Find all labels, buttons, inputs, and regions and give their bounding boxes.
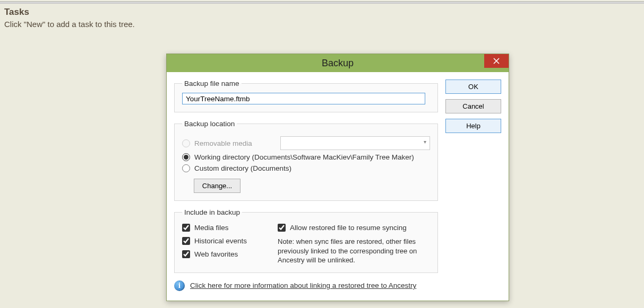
change-button[interactable]: Change... <box>194 179 241 193</box>
cancel-button[interactable]: Cancel <box>445 99 501 113</box>
removable-media-select[interactable]: ▾ <box>280 136 430 150</box>
working-directory-row[interactable]: Working directory (Documents\Software Ma… <box>182 153 430 161</box>
allow-sync-checkbox[interactable] <box>278 224 286 232</box>
chevron-down-icon: ▾ <box>424 139 426 145</box>
custom-directory-label: Custom directory (Documents) <box>194 164 291 172</box>
removable-media-label: Removable media <box>194 139 252 147</box>
allow-sync-label: Allow restored file to resume syncing <box>290 224 407 232</box>
media-files-checkbox[interactable] <box>182 224 190 232</box>
removable-media-radio <box>182 139 190 147</box>
include-group-label: Include in backup <box>182 208 242 216</box>
web-favorites-row[interactable]: Web favorites <box>182 250 278 258</box>
info-row: i Click here for more information about … <box>174 280 438 291</box>
removable-media-row: Removable media ▾ <box>182 136 430 150</box>
allow-sync-row[interactable]: Allow restored file to resume syncing <box>278 224 430 232</box>
working-directory-radio[interactable] <box>182 153 190 161</box>
tasks-subtext: Click "New" to add a task to this tree. <box>4 20 644 29</box>
historical-events-row[interactable]: Historical events <box>182 237 278 245</box>
custom-directory-radio[interactable] <box>182 164 190 172</box>
historical-events-label: Historical events <box>194 237 247 245</box>
close-button[interactable] <box>484 54 509 68</box>
info-icon: i <box>174 280 185 291</box>
filename-input[interactable] <box>182 93 425 104</box>
working-directory-label: Working directory (Documents\Software Ma… <box>194 153 414 161</box>
historical-events-checkbox[interactable] <box>182 237 190 245</box>
close-icon <box>493 57 500 66</box>
sync-note: Note: when sync files are restored, othe… <box>278 237 426 265</box>
backup-dialog: Backup Backup file name Backup location … <box>166 54 509 301</box>
dialog-title: Backup <box>322 58 354 69</box>
media-files-row[interactable]: Media files <box>182 224 278 232</box>
location-group-label: Backup location <box>182 120 237 128</box>
media-files-label: Media files <box>194 224 229 232</box>
dialog-titlebar: Backup <box>167 54 509 72</box>
help-button[interactable]: Help <box>445 119 501 133</box>
tasks-heading: Tasks <box>4 7 644 17</box>
include-group: Include in backup Media files Historical… <box>174 208 438 273</box>
web-favorites-label: Web favorites <box>194 250 238 258</box>
top-divider <box>0 2 644 4</box>
filename-group: Backup file name <box>174 80 438 112</box>
web-favorites-checkbox[interactable] <box>182 250 190 258</box>
location-group: Backup location Removable media ▾ Workin… <box>174 120 438 201</box>
custom-directory-row[interactable]: Custom directory (Documents) <box>182 164 430 172</box>
info-link[interactable]: Click here for more information about li… <box>190 281 416 289</box>
filename-group-label: Backup file name <box>182 80 242 87</box>
ok-button[interactable]: OK <box>445 80 501 94</box>
